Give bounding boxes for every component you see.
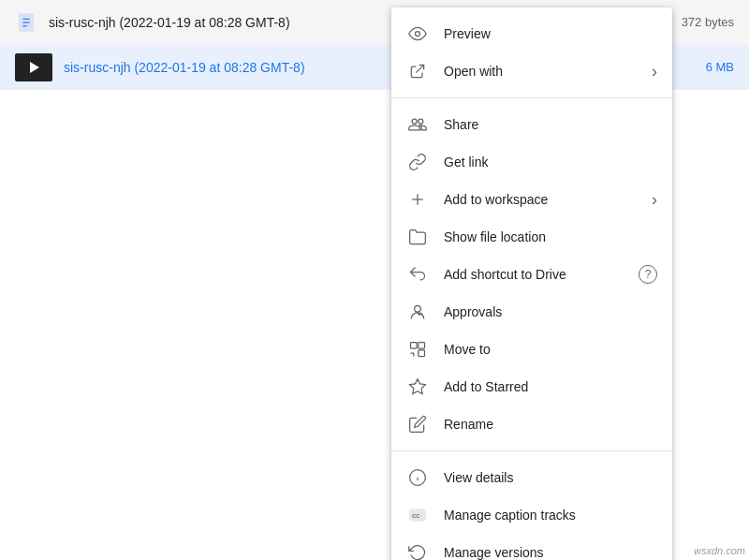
- info-icon: [406, 466, 429, 489]
- svg-rect-9: [419, 343, 425, 349]
- menu-item-show-location[interactable]: Show file location: [391, 218, 672, 256]
- menu-item-starred[interactable]: Add to Starred: [391, 368, 672, 405]
- doc-icon: [15, 11, 37, 34]
- menu-item-get-link[interactable]: Get link: [391, 143, 672, 181]
- approvals-icon: [406, 301, 429, 323]
- shortcut-icon: [406, 263, 429, 286]
- add-shortcut-label: Add shortcut to Drive: [444, 267, 639, 282]
- menu-item-captions[interactable]: CC Manage caption tracks: [391, 496, 672, 534]
- open-with-label: Open with: [444, 64, 652, 79]
- starred-label: Add to Starred: [444, 379, 657, 394]
- divider-2: [391, 450, 672, 451]
- svg-rect-8: [411, 343, 418, 349]
- open-with-arrow: ›: [652, 62, 657, 81]
- divider-1: [391, 97, 672, 98]
- rename-label: Rename: [444, 417, 657, 432]
- menu-item-move-to[interactable]: Move to: [391, 331, 672, 368]
- view-details-label: View details: [444, 470, 657, 485]
- video-thumbnail: [15, 53, 52, 81]
- menu-item-add-shortcut[interactable]: Add shortcut to Drive ?: [391, 256, 672, 293]
- eye-icon: [406, 22, 429, 45]
- watermark: wsxdn.com: [694, 545, 745, 556]
- share-label: Share: [444, 117, 657, 132]
- rename-icon: [406, 413, 429, 435]
- folder-icon: [406, 226, 429, 248]
- context-menu: Preview Open with › Share: [391, 7, 672, 560]
- help-icon[interactable]: ?: [639, 265, 657, 284]
- menu-item-approvals[interactable]: Approvals: [391, 293, 672, 331]
- approvals-label: Approvals: [444, 304, 657, 319]
- menu-item-open-with[interactable]: Open with ›: [391, 52, 672, 90]
- svg-text:CC: CC: [412, 513, 420, 519]
- captions-label: Manage caption tracks: [444, 508, 657, 523]
- svg-marker-11: [410, 379, 426, 394]
- share-icon: [406, 113, 429, 136]
- add-workspace-label: Add to workspace: [444, 192, 652, 207]
- move-to-label: Move to: [444, 342, 657, 357]
- preview-label: Preview: [444, 26, 657, 41]
- svg-rect-10: [419, 350, 425, 357]
- menu-item-share[interactable]: Share: [391, 106, 672, 143]
- menu-item-preview[interactable]: Preview: [391, 15, 672, 52]
- menu-item-rename[interactable]: Rename: [391, 405, 672, 443]
- link-icon: [406, 151, 429, 173]
- show-location-label: Show file location: [444, 229, 657, 244]
- menu-item-versions[interactable]: Manage versions: [391, 534, 672, 560]
- star-icon: [406, 376, 429, 398]
- menu-item-view-details[interactable]: View details: [391, 459, 672, 496]
- add-workspace-arrow: ›: [652, 190, 657, 210]
- captions-icon: CC: [406, 504, 429, 526]
- add-workspace-icon: [406, 188, 429, 211]
- open-with-icon: [406, 60, 429, 82]
- move-icon: [406, 338, 429, 361]
- menu-item-add-workspace[interactable]: Add to workspace ›: [391, 181, 672, 218]
- svg-point-4: [416, 32, 420, 37]
- svg-point-7: [415, 305, 421, 312]
- get-link-label: Get link: [444, 155, 657, 169]
- versions-icon: [406, 541, 429, 560]
- versions-label: Manage versions: [444, 545, 657, 560]
- play-icon: [30, 62, 39, 73]
